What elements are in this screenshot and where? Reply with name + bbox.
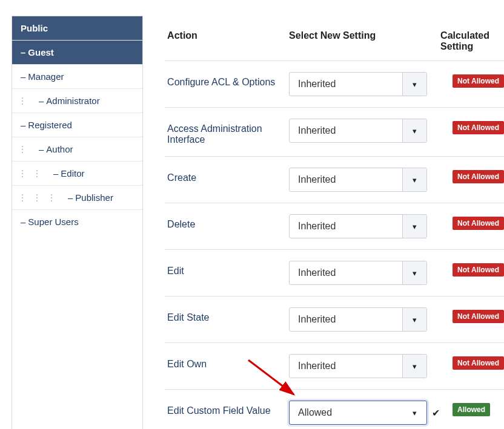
sidebar-item-label: Registered (28, 120, 72, 130)
permissions-table: Action Select New Setting Calculated Set… (143, 0, 504, 429)
dropdown-value: Inherited (298, 267, 336, 278)
action-label: Edit Own (165, 354, 289, 370)
table-row: Delete Inherited ▾ Not Allowed (165, 203, 504, 250)
chevron-down-icon: ▾ (402, 308, 426, 331)
table-header-row: Action Select New Setting Calculated Set… (165, 30, 504, 61)
dropdown-value: Allowed (298, 407, 332, 418)
sidebar-item-label: Public (21, 23, 48, 33)
dropdown-value: Inherited (298, 174, 336, 185)
status-badge: Not Allowed (453, 310, 504, 323)
sidebar-item-public[interactable]: Public (12, 16, 142, 41)
tree-dash: – (21, 71, 25, 82)
status-badge: Not Allowed (453, 121, 504, 134)
action-label: Create (165, 168, 289, 183)
status-badge: Not Allowed (453, 170, 504, 183)
sidebar-item-label: Manager (28, 71, 64, 82)
tree-dash: – (68, 192, 73, 203)
tree-gutter (21, 145, 35, 154)
table-row: Create Inherited ▾ Not Allowed (165, 157, 504, 203)
setting-dropdown[interactable]: Inherited ▾ (289, 72, 427, 96)
sidebar-item-guest[interactable]: – Guest (12, 41, 142, 65)
table-row: Access Administration Interface Inherite… (165, 108, 504, 157)
sidebar-item-registered[interactable]: – Registered (12, 113, 142, 137)
action-label: Edit State (165, 307, 289, 323)
tree-gutter (21, 97, 35, 105)
chevron-down-icon: ▾ (402, 401, 426, 424)
sidebar-item-editor[interactable]: – Editor (12, 162, 142, 186)
chevron-down-icon: ▾ (402, 73, 426, 96)
sidebar-item-author[interactable]: – Author (12, 137, 142, 162)
header-select: Select New Setting (289, 30, 440, 52)
sidebar-item-label: Super Users (28, 217, 78, 227)
tree-dash: – (21, 47, 25, 57)
setting-dropdown[interactable]: Inherited ▾ (289, 307, 427, 332)
header-action: Action (165, 30, 289, 52)
action-label: Access Administration Interface (165, 119, 289, 145)
tree-dash: – (53, 168, 58, 178)
sidebar-item-publisher[interactable]: – Publisher (12, 186, 142, 210)
table-row: Edit Inherited ▾ Not Allowed (165, 250, 504, 296)
dropdown-value: Inherited (298, 221, 336, 232)
table-row: Edit Custom Field Value Allowed ▾ ✔ Allo… (165, 390, 504, 429)
setting-dropdown[interactable]: Inherited ▾ (289, 354, 427, 378)
setting-dropdown[interactable]: Inherited ▾ (289, 119, 427, 143)
user-groups-sidebar: Public – Guest – Manager – Administrator… (12, 16, 143, 429)
action-label: Delete (165, 214, 289, 230)
tree-dash: – (21, 217, 25, 227)
chevron-down-icon: ▾ (402, 261, 426, 284)
status-badge: Not Allowed (453, 356, 504, 370)
sidebar-item-manager[interactable]: – Manager (12, 65, 142, 89)
chevron-down-icon: ▾ (402, 215, 426, 238)
sidebar-item-super-users[interactable]: – Super Users (12, 210, 142, 234)
tree-gutter (21, 194, 64, 202)
sidebar-item-label: Administrator (46, 96, 99, 106)
table-row: Edit Own Inherited ▾ Not Allowed (165, 343, 504, 390)
setting-dropdown[interactable]: Inherited ▾ (289, 168, 427, 192)
dropdown-value: Inherited (298, 79, 336, 90)
sidebar-item-label: Publisher (75, 192, 113, 203)
setting-dropdown[interactable]: Allowed ▾ (289, 401, 427, 425)
table-row: Configure ACL & Options Inherited ▾ Not … (165, 61, 504, 108)
chevron-down-icon: ▾ (402, 168, 426, 191)
status-badge: Not Allowed (453, 263, 504, 277)
sidebar-item-label: Guest (28, 47, 54, 57)
header-calculated: Calculated Setting (440, 30, 504, 52)
dropdown-value: Inherited (298, 314, 336, 325)
chevron-down-icon: ▾ (402, 119, 426, 142)
tree-dash: – (39, 96, 44, 106)
sidebar-item-label: Author (46, 144, 73, 154)
dropdown-value: Inherited (298, 125, 336, 136)
check-icon: ✔ (432, 407, 440, 419)
action-label: Edit (165, 261, 289, 277)
tree-gutter (21, 169, 50, 178)
chevron-down-icon: ▾ (402, 355, 426, 378)
status-badge: Not Allowed (453, 217, 504, 230)
dropdown-value: Inherited (298, 361, 336, 372)
sidebar-item-label: Editor (61, 168, 84, 178)
action-label: Edit Custom Field Value (165, 401, 289, 416)
sidebar-item-administrator[interactable]: – Administrator (12, 89, 142, 113)
setting-dropdown[interactable]: Inherited ▾ (289, 214, 427, 238)
status-badge: Not Allowed (453, 74, 504, 88)
table-row: Edit State Inherited ▾ Not Allowed (165, 296, 504, 343)
action-label: Configure ACL & Options (165, 72, 289, 88)
setting-dropdown[interactable]: Inherited ▾ (289, 261, 427, 285)
tree-dash: – (21, 120, 25, 130)
tree-dash: – (39, 144, 44, 154)
status-badge: Allowed (453, 403, 490, 416)
